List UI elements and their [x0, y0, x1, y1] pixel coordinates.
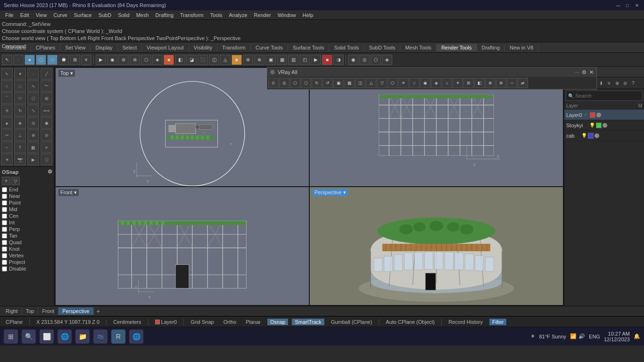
vray-tb-15[interactable]: ◉: [420, 78, 430, 88]
sb-scale[interactable]: ⤡: [27, 105, 39, 116]
rhino-app[interactable]: R: [111, 329, 125, 344]
menu-solid[interactable]: Solid: [115, 11, 132, 19]
sb-revolve[interactable]: ◉: [41, 117, 52, 129]
menu-curve[interactable]: Curve: [50, 11, 70, 19]
sb-curve[interactable]: ∿: [27, 80, 39, 92]
sb-poly[interactable]: ⬡: [27, 92, 39, 104]
viewport-perspective[interactable]: Perspective ▾: [310, 187, 563, 305]
vray-tb-5[interactable]: ↻: [312, 78, 322, 88]
layer-row-1[interactable]: Stoykyi 💡: [564, 120, 644, 131]
vray-tb-24[interactable]: ⇌: [518, 78, 528, 88]
tab-solid-tools[interactable]: Solid Tools: [329, 44, 364, 51]
osnap-vertex-checkbox[interactable]: [2, 253, 7, 258]
osnap-add-button[interactable]: +: [2, 177, 10, 185]
viewport-top-label[interactable]: Top ▾: [58, 70, 75, 77]
menu-subd[interactable]: SubD: [95, 11, 115, 19]
vray-tb-10[interactable]: △: [366, 78, 376, 88]
layer-row-2[interactable]: cab 💡: [564, 131, 644, 141]
osnap-project-checkbox[interactable]: [2, 260, 7, 265]
tb-cylinder[interactable]: ⬭: [47, 55, 58, 65]
tb-render15[interactable]: ⊗: [254, 55, 264, 65]
tb-sphere[interactable]: ●: [25, 55, 35, 65]
tab-mesh-tools[interactable]: Mesh Tools: [400, 44, 436, 51]
osnap-settings-icon[interactable]: ⚙: [48, 169, 52, 175]
sb-mesh[interactable]: ⊞: [41, 92, 52, 104]
tab-render-tools[interactable]: Render Tools: [437, 44, 477, 51]
menu-analyze[interactable]: Analyze: [225, 11, 250, 19]
tb-extra1[interactable]: ◉: [348, 55, 358, 65]
menu-surface[interactable]: Surface: [71, 11, 95, 19]
minimize-button[interactable]: —: [615, 2, 621, 8]
sb-split[interactable]: ⊥: [14, 129, 26, 141]
vray-tb-14[interactable]: ○: [409, 78, 420, 88]
vray-tb-4[interactable]: ⬡: [301, 78, 311, 88]
vray-tb-16[interactable]: ◈: [431, 78, 441, 88]
vray-tb-23[interactable]: ↔: [507, 78, 517, 88]
edge-browser[interactable]: 🌐: [58, 329, 72, 344]
osnap-near-checkbox[interactable]: [2, 194, 7, 199]
sb-freehand[interactable]: 〜: [41, 80, 52, 92]
vray-tb-7[interactable]: ▣: [333, 78, 344, 88]
layer-row-0[interactable]: Layer0 ✓: [564, 110, 644, 120]
viewport-front-label[interactable]: Front ▾: [58, 189, 79, 196]
tab-curve-tools[interactable]: Curve Tools: [251, 44, 288, 51]
osnap-point-checkbox[interactable]: [2, 200, 7, 206]
tb-render17[interactable]: ▦: [277, 55, 287, 65]
status-auto-cplane[interactable]: Auto CPlane (Object): [383, 319, 438, 325]
osnap-perp-checkbox[interactable]: [2, 227, 7, 232]
sb-hatch[interactable]: ▦: [27, 141, 39, 153]
layer-color-1[interactable]: [596, 123, 602, 128]
vray-tb-13[interactable]: ✕: [398, 78, 409, 88]
microsoft-store[interactable]: 🛍: [93, 329, 107, 344]
tb-render1[interactable]: ▶: [96, 55, 106, 65]
sb-offset[interactable]: ⊘: [41, 129, 52, 141]
osnap-int-checkbox[interactable]: [2, 220, 7, 225]
tb-cube[interactable]: ⬡: [36, 55, 46, 65]
vray-tb-6[interactable]: ↺: [322, 78, 333, 88]
search-taskbar[interactable]: 🔍: [22, 329, 36, 344]
status-osnap[interactable]: Osnap: [267, 319, 288, 325]
vray-tb-9[interactable]: ◫: [355, 78, 365, 88]
tab-visibility[interactable]: Visibility: [189, 44, 218, 51]
layer-bulb-2[interactable]: 💡: [581, 133, 587, 138]
tab-drafting[interactable]: Drafting: [477, 44, 505, 51]
sb-pt[interactable]: ✦: [14, 68, 26, 80]
close-button[interactable]: ✕: [634, 2, 640, 8]
sb-ellipse[interactable]: ⬭: [14, 92, 26, 104]
tab-new-v8[interactable]: New in V8: [505, 44, 538, 51]
tab-cplanes[interactable]: CPlanes: [31, 44, 61, 51]
tb-render7[interactable]: ■: [164, 55, 174, 65]
osnap-cen-checkbox[interactable]: [2, 214, 7, 219]
tb-extra2[interactable]: ◎: [359, 55, 370, 65]
vray-tb-3[interactable]: ⬡: [290, 78, 300, 88]
menu-mesh[interactable]: Mesh: [133, 11, 152, 19]
sb-rotate[interactable]: ↻: [14, 105, 26, 116]
layers-tb-7[interactable]: ⊕: [613, 79, 621, 87]
layer-color-0[interactable]: [590, 112, 595, 118]
sb-arrow[interactable]: ↖: [1, 68, 13, 80]
sb-arc[interactable]: ⌒: [1, 92, 13, 104]
vp-tab-top[interactable]: Top: [22, 307, 39, 315]
status-record-history[interactable]: Record History: [446, 319, 486, 325]
sb-dim[interactable]: ↔: [1, 141, 13, 153]
vray-tb-2[interactable]: ◎: [279, 78, 289, 88]
sb-boolean[interactable]: ⊕: [27, 129, 39, 141]
vp-tab-perspective[interactable]: Perspective: [58, 307, 93, 315]
start-button[interactable]: ⊞: [4, 329, 18, 344]
menu-help[interactable]: Help: [299, 11, 317, 19]
osnap-filter-button[interactable]: ▽: [11, 177, 20, 185]
language-indicator[interactable]: ENG: [589, 334, 600, 339]
status-smart-track[interactable]: SmartTrack: [292, 319, 324, 325]
sb-dot[interactable]: ·: [27, 68, 39, 80]
vray-tb-17[interactable]: ☼: [442, 78, 452, 88]
tab-select[interactable]: Select: [118, 44, 142, 51]
status-ortho[interactable]: Ortho: [221, 319, 239, 325]
tb-render3[interactable]: ⊚: [118, 55, 129, 65]
vp-tab-front[interactable]: Front: [38, 307, 58, 315]
sb-extrude[interactable]: ▲: [1, 117, 13, 129]
tb-select-arrow[interactable]: ↖: [2, 55, 12, 65]
network-icon[interactable]: 📶: [570, 333, 577, 339]
status-units[interactable]: Centimeters: [110, 319, 144, 325]
vray-panel-header[interactable]: VRay All ··· ⚙ ✕: [267, 67, 596, 77]
vray-settings-icon[interactable]: ⚙: [582, 69, 586, 75]
